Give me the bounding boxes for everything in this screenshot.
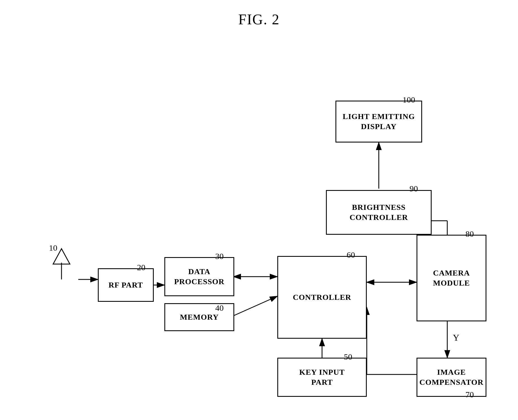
- led-ref: 100: [403, 95, 415, 105]
- fig-title: FIG. 2: [238, 11, 280, 28]
- antenna-ref-label: 10: [49, 243, 57, 253]
- rf-part-block: RF PART: [98, 268, 154, 302]
- memory-ref: 40: [215, 303, 224, 313]
- arrows-svg: [0, 0, 518, 420]
- rf-part-ref: 20: [137, 263, 145, 272]
- controller-block: CONTROLLER: [277, 256, 367, 339]
- brightness-controller-block: BRIGHTNESSCONTROLLER: [326, 190, 432, 235]
- data-processor-ref: 30: [215, 251, 224, 261]
- data-processor-block: DATAPROCESSOR: [164, 257, 234, 296]
- svg-line-11: [233, 296, 277, 316]
- diagram: FIG. 2: [0, 0, 518, 420]
- camera-module-block: CAMERAMODULE: [417, 235, 486, 321]
- memory-block: MEMORY: [164, 303, 234, 331]
- key-input-block: KEY INPUTPART: [277, 358, 367, 397]
- controller-ref: 60: [347, 250, 355, 260]
- camera-ref: 80: [465, 229, 474, 239]
- image-compensator-block: IMAGECOMPENSATOR: [417, 358, 486, 397]
- y-label: Y: [453, 333, 459, 343]
- key-input-ref: 50: [344, 352, 352, 362]
- brightness-ref: 90: [410, 184, 418, 193]
- led-display-block: LIGHT EMITTINGDISPLAY: [335, 101, 422, 143]
- image-compensator-ref: 70: [465, 390, 474, 399]
